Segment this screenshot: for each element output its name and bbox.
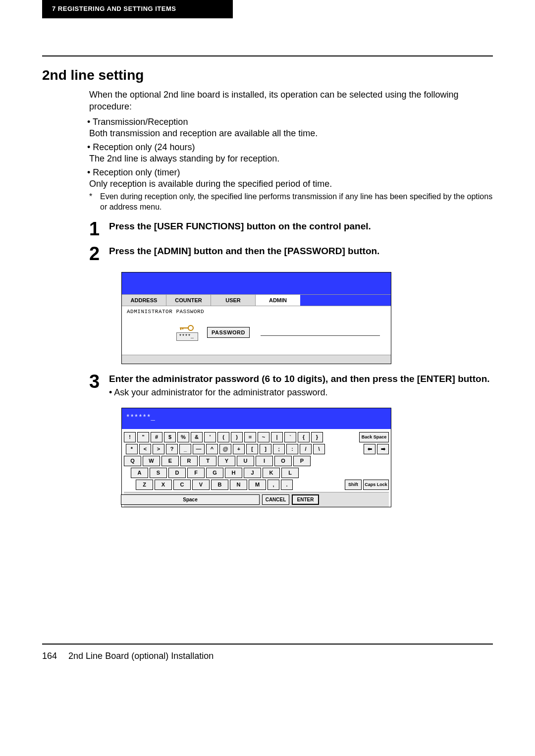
bullet-item: Reception only (24 hours) The 2nd line i… (89, 142, 493, 165)
step-text: Press the [ADMIN] button and then the [P… (109, 245, 493, 263)
kb-key[interactable]: ' (204, 432, 216, 442)
kb-arrow-right[interactable]: ➡ (377, 444, 389, 454)
step-2: 2 Press the [ADMIN] button and then the … (89, 245, 493, 263)
kb-key[interactable]: ! (124, 432, 136, 442)
password-mask-field: ****_ (176, 332, 198, 341)
divider-top (42, 55, 493, 56)
kb-key-s[interactable]: S (150, 468, 167, 478)
kb-key-o[interactable]: O (274, 456, 292, 466)
kb-key[interactable]: " (137, 432, 149, 442)
kb-key[interactable]: : (286, 444, 298, 454)
svg-point-0 (188, 325, 193, 330)
kb-key-q[interactable]: Q (124, 456, 141, 466)
kb-key-g[interactable]: G (206, 468, 223, 478)
kb-key-b[interactable]: B (211, 480, 228, 490)
kb-key[interactable]: = (244, 432, 256, 442)
kb-key-n[interactable]: N (230, 480, 247, 490)
bullet-head: Transmission/Reception (89, 117, 188, 127)
kb-key[interactable]: | (271, 432, 283, 442)
kb-space[interactable]: Space (121, 494, 260, 505)
section-intro: When the optional 2nd line board is inst… (89, 89, 493, 112)
kb-key-c[interactable]: C (173, 480, 191, 490)
kb-key-j[interactable]: J (244, 468, 261, 478)
kb-key-x[interactable]: X (155, 480, 172, 490)
kb-key[interactable]: $ (164, 432, 176, 442)
kb-key[interactable]: # (151, 432, 162, 442)
kb-key-f[interactable]: F (187, 468, 205, 478)
kb-key-i[interactable]: I (256, 456, 273, 466)
kb-key[interactable]: } (311, 432, 323, 442)
kb-key-v[interactable]: V (192, 480, 210, 490)
kb-key[interactable]: _ (179, 444, 191, 454)
bullet-body: Both transmission and reception are avai… (89, 128, 493, 139)
password-button[interactable]: PASSWORD (207, 327, 250, 338)
kb-key[interactable]: [ (246, 444, 258, 454)
title-bar (122, 272, 391, 294)
kb-key-a[interactable]: A (131, 468, 148, 478)
kb-key-m[interactable]: M (249, 480, 266, 490)
kb-key-k[interactable]: K (263, 468, 280, 478)
kb-key[interactable]: ; (273, 444, 285, 454)
kb-capslock[interactable]: Caps Lock (363, 480, 389, 490)
asterisk-icon: * (89, 192, 100, 213)
kb-key-z[interactable]: Z (136, 480, 153, 490)
kb-key[interactable]: / (300, 444, 312, 454)
tab-counter[interactable]: COUNTER (166, 295, 211, 306)
kb-key[interactable]: % (177, 432, 189, 442)
kb-key-p[interactable]: P (293, 456, 311, 466)
kb-arrow-left[interactable]: ⬅ (364, 444, 375, 454)
kb-key-period[interactable]: . (281, 480, 293, 490)
bullet-head: Reception only (timer) (89, 167, 180, 177)
kb-key[interactable]: @ (219, 444, 231, 454)
kb-key[interactable]: — (193, 444, 205, 454)
bullet-body: The 2nd line is always standing by for r… (89, 153, 493, 164)
tab-user[interactable]: USER (211, 295, 256, 306)
kb-key[interactable]: * (126, 444, 138, 454)
kb-key[interactable]: ( (217, 432, 229, 442)
kb-key[interactable]: { (298, 432, 310, 442)
kb-key[interactable]: ` (284, 432, 296, 442)
kb-key-u[interactable]: U (237, 456, 254, 466)
kb-key-y[interactable]: Y (218, 456, 235, 466)
kb-key[interactable]: + (233, 444, 245, 454)
kb-shift[interactable]: Shift (345, 480, 362, 490)
onscreen-keyboard: ******_ ! " # $ % & ' ( ) = ~ | ` { (121, 408, 391, 507)
kb-key-comma[interactable]: , (268, 480, 279, 490)
kb-key[interactable]: ] (260, 444, 271, 454)
kb-backspace[interactable]: Back Space (359, 432, 389, 442)
kb-key-h[interactable]: H (225, 468, 242, 478)
tab-admin[interactable]: ADMIN (256, 295, 300, 306)
kb-row-2: * < > ? _ — ^ @ + [ ] ; : / \ ⬅ (124, 444, 389, 454)
kb-key-l[interactable]: L (281, 468, 299, 478)
step-number: 2 (89, 244, 109, 263)
bullet-head: Reception only (24 hours) (89, 142, 195, 152)
kb-key-w[interactable]: W (143, 456, 160, 466)
kb-enter[interactable]: ENTER (292, 494, 319, 505)
kb-key[interactable]: ^ (206, 444, 218, 454)
kb-key[interactable]: & (191, 432, 203, 442)
step-text: Press the [USER FUNCTIONS] button on the… (109, 220, 493, 238)
tab-address[interactable]: ADDRESS (122, 295, 166, 306)
kb-key[interactable]: ~ (258, 432, 269, 442)
kb-cancel[interactable]: CANCEL (262, 494, 289, 505)
kb-key[interactable]: \ (313, 444, 325, 454)
kb-key[interactable]: ) (231, 432, 243, 442)
kb-key-e[interactable]: E (161, 456, 179, 466)
kb-row-bottom: Space CANCEL ENTER (124, 492, 389, 507)
bullet-body: Only reception is available during the s… (89, 178, 493, 190)
star-note: * Even during reception only, the specif… (89, 192, 493, 213)
svg-rect-3 (182, 327, 183, 329)
admin-password-label: ADMINISTRATOR PASSWORD (127, 308, 386, 315)
bullet-item: Transmission/Reception Both transmission… (89, 116, 493, 140)
kb-key-r[interactable]: R (180, 456, 198, 466)
password-input-line[interactable] (261, 329, 380, 336)
kb-key[interactable]: > (153, 444, 164, 454)
step-number: 3 (89, 372, 109, 399)
status-bar (122, 355, 391, 364)
kb-key-t[interactable]: T (199, 456, 216, 466)
kb-key[interactable]: ? (166, 444, 178, 454)
kb-key-d[interactable]: D (168, 468, 186, 478)
kb-key[interactable]: < (139, 444, 151, 454)
kb-row-4: A S D F G H J K L (124, 468, 389, 478)
kb-row-5: Z X C V B N M , . Shift Caps Lock (124, 480, 389, 490)
